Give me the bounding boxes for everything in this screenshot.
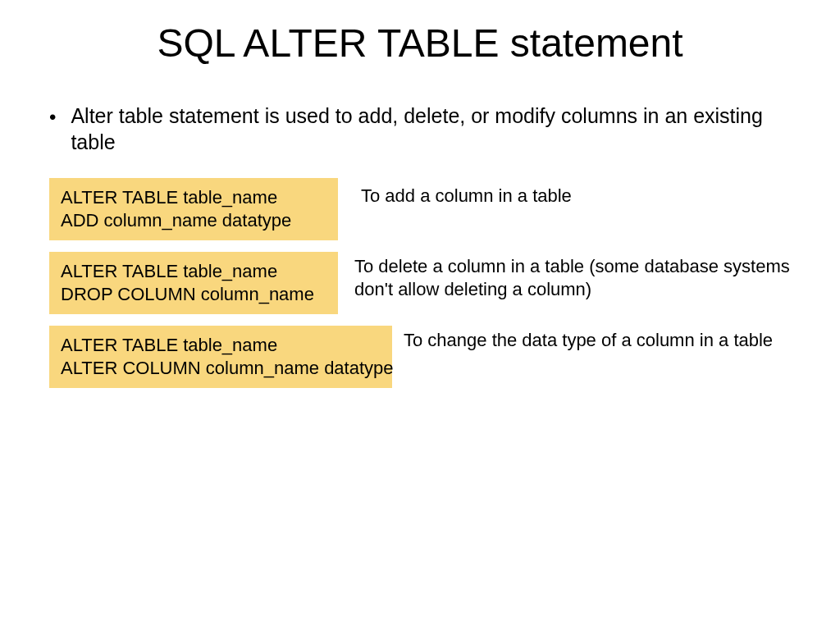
code-box-alter: ALTER TABLE table_name ALTER COLUMN colu… xyxy=(49,326,392,388)
explanation-add: To add a column in a table xyxy=(338,178,572,208)
code-box-add: ALTER TABLE table_name ADD column_name d… xyxy=(49,178,338,240)
slide-title: SQL ALTER TABLE statement xyxy=(0,21,840,66)
code-box-drop: ALTER TABLE table_name DROP COLUMN colum… xyxy=(49,252,338,314)
explanation-drop: To delete a column in a table (some data… xyxy=(338,252,791,301)
bullet-marker: • xyxy=(49,104,56,130)
example-row-3: ALTER TABLE table_name ALTER COLUMN colu… xyxy=(0,326,840,388)
explanation-alter: To change the data type of a column in a… xyxy=(392,326,773,352)
bullet-text: Alter table statement is used to add, de… xyxy=(71,103,783,155)
bullet-item: • Alter table statement is used to add, … xyxy=(0,103,840,155)
example-row-2: ALTER TABLE table_name DROP COLUMN colum… xyxy=(0,252,840,314)
example-row-1: ALTER TABLE table_name ADD column_name d… xyxy=(0,178,840,240)
